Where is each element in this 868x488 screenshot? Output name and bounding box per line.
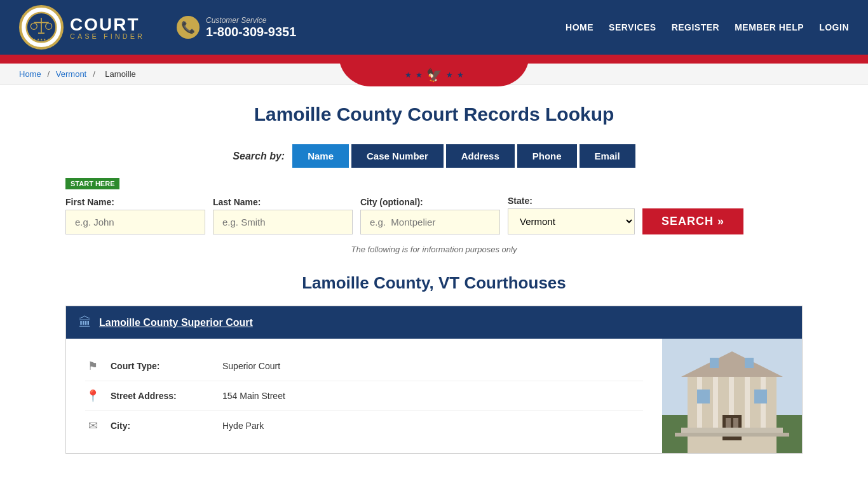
search-button[interactable]: SEARCH » — [642, 208, 743, 234]
main-content: Lamoille County Court Records Lookup Sea… — [53, 85, 815, 485]
last-name-label: Last Name: — [213, 197, 353, 207]
detail-street: 📍 Street Address: 154 Main Street — [85, 381, 643, 411]
street-value: 154 Main Street — [222, 391, 285, 401]
search-by-row: Search by: Name Case Number Address Phon… — [65, 144, 803, 168]
svg-rect-2 — [34, 22, 48, 24]
logo-area: ★ ★ ★ ★ ★ COURT CASE FINDER 📞 Customer S… — [19, 5, 296, 50]
main-nav: HOME SERVICES REGISTER MEMBER HELP LOGIN — [566, 22, 849, 32]
customer-service: 📞 Customer Service 1-800-309-9351 — [177, 16, 296, 39]
nav-register[interactable]: REGISTER — [672, 22, 720, 32]
breadcrumb-state[interactable]: Vermont — [56, 69, 86, 79]
street-icon: 📍 — [85, 389, 100, 403]
tab-email[interactable]: Email — [580, 144, 635, 168]
court-type-label: Court Type: — [111, 361, 212, 371]
breadcrumb-county: Lamoille — [105, 69, 135, 79]
first-name-label: First Name: — [65, 197, 205, 207]
courthouse-details: ⚑ Court Type: Superior Court 📍 Street Ad… — [66, 339, 662, 453]
svg-rect-12 — [713, 377, 718, 428]
cs-label: Customer Service — [206, 16, 296, 25]
svg-rect-23 — [681, 428, 783, 433]
courthouse-header: 🏛 Lamoille County Superior Court — [66, 306, 802, 339]
courthouse-body: ⚑ Court Type: Superior Court 📍 Street Ad… — [66, 339, 802, 453]
nav-home[interactable]: HOME — [566, 22, 593, 32]
city-icon: ✉ — [85, 419, 100, 433]
breadcrumb-home[interactable]: Home — [19, 69, 41, 79]
svg-rect-20 — [754, 390, 767, 403]
start-here-text: START HERE — [65, 178, 119, 189]
state-select[interactable]: Vermont Alabama Alaska Arizona Arkansas … — [508, 208, 635, 234]
svg-rect-22 — [745, 358, 754, 368]
svg-rect-19 — [697, 390, 710, 403]
logo-court: COURT — [70, 15, 140, 34]
logo-emblem: ★ ★ ★ ★ ★ — [19, 5, 64, 50]
courthouse-name-link[interactable]: Lamoille County Superior Court — [99, 317, 253, 329]
city-label: City (optional): — [360, 197, 500, 207]
detail-city: ✉ City: Hyde Park — [85, 411, 643, 440]
tab-case-number[interactable]: Case Number — [351, 144, 444, 168]
state-group: State: Vermont Alabama Alaska Arizona Ar… — [508, 196, 635, 234]
logo-case-finder: CASE FINDER — [70, 32, 145, 40]
phone-icon: 📞 — [177, 16, 200, 39]
tab-phone[interactable]: Phone — [517, 144, 577, 168]
street-label: Street Address: — [111, 391, 212, 401]
city-detail-value: Hyde Park — [222, 421, 264, 431]
first-name-input[interactable] — [65, 210, 205, 234]
logo-text: COURT CASE FINDER — [70, 15, 145, 40]
nav-member-help[interactable]: MEMBER HELP — [735, 22, 804, 32]
tab-name[interactable]: Name — [292, 144, 349, 168]
page-title: Lamoille County Court Records Lookup — [65, 104, 803, 125]
city-input[interactable] — [360, 210, 500, 234]
ribbon-bar: ★★ 🦅 ★★ — [0, 55, 868, 64]
last-name-input[interactable] — [213, 210, 353, 234]
cs-text: Customer Service 1-800-309-9351 — [206, 16, 296, 39]
courthouses-title: Lamoille County, VT Courthouses — [65, 273, 803, 293]
city-detail-label: City: — [111, 421, 212, 431]
last-name-group: Last Name: — [213, 197, 353, 234]
court-type-value: Superior Court — [222, 361, 280, 371]
courthouse-card: 🏛 Lamoille County Superior Court ⚑ Court… — [65, 306, 803, 454]
first-name-group: First Name: — [65, 197, 205, 234]
search-form: First Name: Last Name: City (optional): … — [65, 196, 803, 234]
stars-decoration: ★★ 🦅 ★★ — [405, 67, 464, 83]
state-label: State: — [508, 196, 635, 206]
svg-rect-21 — [710, 358, 719, 368]
start-here-badge: START HERE — [65, 178, 803, 196]
ribbon-wave: ★★ 🦅 ★★ — [339, 55, 529, 86]
svg-rect-24 — [675, 433, 789, 437]
cs-number: 1-800-309-9351 — [206, 25, 296, 39]
svg-rect-14 — [745, 377, 750, 428]
city-group: City (optional): — [360, 197, 500, 234]
tab-address[interactable]: Address — [446, 144, 515, 168]
breadcrumb-sep1: / — [48, 69, 52, 79]
site-header: ★ ★ ★ ★ ★ COURT CASE FINDER 📞 Customer S… — [0, 0, 868, 55]
breadcrumb-sep2: / — [93, 69, 97, 79]
search-by-label: Search by: — [233, 151, 285, 162]
info-note: The following is for information purpose… — [65, 245, 803, 254]
svg-rect-1 — [41, 18, 42, 32]
courthouse-photo — [662, 339, 802, 453]
nav-login[interactable]: LOGIN — [819, 22, 849, 32]
courthouse-icon: 🏛 — [79, 315, 92, 330]
detail-court-type: ⚑ Court Type: Superior Court — [85, 351, 643, 381]
svg-text:★ ★ ★ ★ ★: ★ ★ ★ ★ ★ — [33, 37, 50, 41]
svg-rect-5 — [38, 32, 44, 34]
nav-services[interactable]: SERVICES — [609, 22, 656, 32]
court-type-icon: ⚑ — [85, 359, 100, 373]
